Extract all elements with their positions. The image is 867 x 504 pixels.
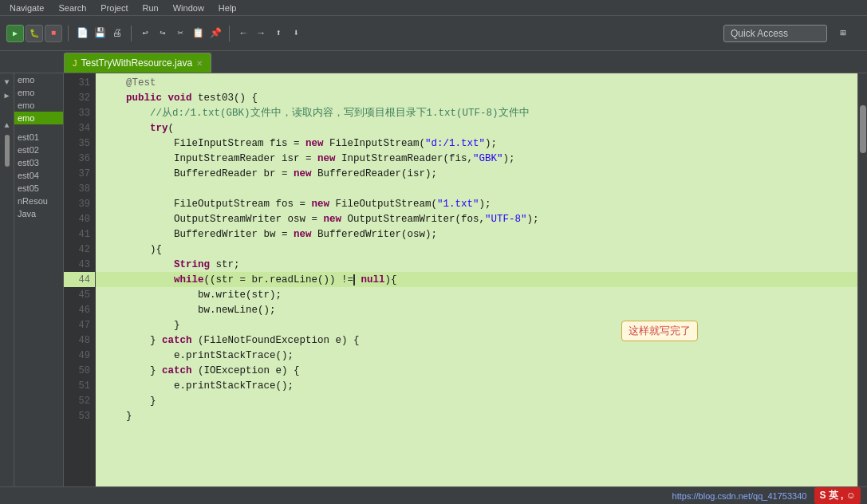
left-icon-strip: ▼ ▶ ▲ (0, 73, 14, 504)
copy-button[interactable]: 📋 (190, 26, 206, 41)
tab-label: TestTryWithResource.java (81, 57, 193, 69)
undo-button[interactable]: ↩ (137, 26, 153, 41)
line-num-39: 39 (64, 196, 95, 211)
code-line-34: try ( (96, 120, 857, 136)
line-num-53: 53 (64, 408, 95, 423)
line-num-52: 52 (64, 393, 95, 408)
file-tree-item[interactable]: est02 (14, 144, 63, 156)
forward-button[interactable]: → (253, 26, 269, 41)
code-line-35: FileInputStream fis = new FileInputStrea… (96, 136, 857, 151)
file-tree-item[interactable]: est03 (14, 156, 63, 169)
line-num-51: 51 (64, 378, 95, 393)
print-button[interactable]: 🖨 (109, 26, 125, 41)
menu-search[interactable]: Search (52, 2, 93, 14)
line-num-50: 50 (64, 363, 95, 378)
toolbar: ▶ 🐛 ■ 📄 💾 🖨 ↩ ↪ ✂ 📋 📌 ← → ⬆ ⬇ Quick Acce… (0, 16, 867, 51)
code-line-51: e.printStackTrace(); (96, 378, 857, 393)
run-button[interactable]: ▶ (6, 25, 24, 42)
code-line-52: } (96, 393, 857, 408)
line-num-47: 47 (64, 317, 95, 333)
tab-close-button[interactable]: ✕ (196, 59, 203, 68)
code-line-46: bw.newLine(); (96, 302, 857, 317)
code-editor[interactable]: @Test public void test03() { //从d:/1.txt… (96, 73, 857, 504)
file-tree-item[interactable]: est05 (14, 182, 63, 195)
line-num-41: 41 (64, 226, 95, 242)
icon-scroll-up[interactable]: ▲ (2, 120, 13, 131)
redo-button[interactable]: ↪ (155, 26, 171, 41)
code-line-36: InputStreamReader isr = new InputStreamR… (96, 151, 857, 166)
layout-button[interactable]: ⊞ (835, 26, 851, 41)
icon-scroll-indicator (5, 135, 10, 167)
file-tree-item[interactable]: Java (14, 207, 63, 220)
icon-arrow-down[interactable]: ▼ (2, 77, 13, 88)
status-url: https://blog.csdn.net/qq_41753340 (672, 491, 807, 501)
code-line-50: } catch (IOException e) { (96, 363, 857, 378)
file-tree-item[interactable]: est01 (14, 131, 63, 144)
menu-navigate[interactable]: Navigate (3, 2, 50, 14)
line-num-36: 36 (64, 151, 95, 166)
sep1 (68, 26, 69, 41)
stop-button[interactable]: ■ (45, 25, 62, 42)
code-line-32: public void test03() { (96, 90, 857, 105)
code-line-47: } (96, 317, 857, 333)
file-tree-item[interactable]: emo (14, 73, 63, 86)
icon-arrow-right[interactable]: ▶ (2, 90, 13, 101)
cut-button[interactable]: ✂ (172, 26, 188, 41)
nav-group: ← → ⬆ ⬇ (235, 26, 304, 41)
code-line-45: bw.write(str); (96, 287, 857, 302)
prev-edit-button[interactable]: ⬆ (270, 26, 286, 41)
code-line-42: ){ (96, 242, 857, 257)
file-tree-item[interactable]: nResou (14, 195, 63, 207)
file-tree-item[interactable]: emo (14, 99, 63, 112)
code-line-40: OutputStreamWriter osw = new OutputStrea… (96, 211, 857, 226)
line-num-32: 32 (64, 90, 95, 105)
file-tree-item[interactable]: est04 (14, 169, 63, 182)
menu-window[interactable]: Window (167, 2, 211, 14)
file-group: 📄 💾 🖨 (74, 26, 125, 41)
line-num-35: 35 (64, 136, 95, 151)
run-group: ▶ 🐛 ■ (6, 25, 62, 42)
edit-group: ↩ ↪ ✂ 📋 📌 (137, 26, 223, 41)
line-num-31: 31 (64, 75, 95, 90)
line-num-45: 45 (64, 287, 95, 302)
code-line-41: BufferedWriter bw = new BufferedWriter(o… (96, 226, 857, 242)
line-num-49: 49 (64, 348, 95, 363)
tabbar: J TestTryWithResource.java ✕ (0, 51, 867, 73)
file-tree-item-selected[interactable]: emo (14, 112, 63, 124)
menu-help[interactable]: Help (212, 2, 243, 14)
file-tree-panel: emo emo emo emo est01 est02 est03 est04 … (14, 73, 64, 504)
back-button[interactable]: ← (235, 26, 251, 41)
line-number-gutter: 31 32 33 34 35 36 37 38 39 40 41 42 43 4… (64, 73, 96, 504)
file-tree-item[interactable]: emo (14, 86, 63, 99)
vertical-scrollbar[interactable] (857, 73, 867, 504)
code-line-49: e.printStackTrace(); (96, 348, 857, 363)
line-num-40: 40 (64, 211, 95, 226)
quick-access-input[interactable]: Quick Access (723, 25, 827, 42)
scroll-thumb[interactable] (860, 105, 866, 153)
status-bar: https://blog.csdn.net/qq_41753340 S 英 , … (0, 486, 867, 504)
code-line-39: FileOutputStream fos = new FileOutputStr… (96, 196, 857, 211)
menu-project[interactable]: Project (94, 2, 134, 14)
code-line-33: //从d:/1.txt(GBK)文件中，读取内容，写到项目根目录下1.txt(U… (96, 105, 857, 120)
code-line-38 (96, 181, 857, 196)
menu-bar: Navigate Search Project Run Window Help (0, 0, 867, 16)
line-num-37: 37 (64, 166, 95, 181)
line-num-33: 33 (64, 105, 95, 120)
paste-button[interactable]: 📌 (207, 26, 223, 41)
menu-run[interactable]: Run (136, 2, 165, 14)
file-tab[interactable]: J TestTryWithResource.java ✕ (64, 53, 211, 73)
save-button[interactable]: 💾 (92, 26, 108, 41)
new-button[interactable]: 📄 (74, 26, 90, 41)
code-line-37: BufferedReader br = new BufferedReader(i… (96, 166, 857, 181)
main-area: ▼ ▶ ▲ emo emo emo emo est01 est02 est03 … (0, 73, 867, 504)
java-file-icon: J (73, 58, 77, 68)
next-edit-button[interactable]: ⬇ (288, 26, 304, 41)
sougou-ime-badge[interactable]: S 英 , ☺ (814, 487, 861, 504)
code-line-43: String str; (96, 257, 857, 272)
debug-button[interactable]: 🐛 (26, 25, 43, 42)
code-line-48: } catch (FileNotFoundException e) { (96, 333, 857, 348)
line-num-46: 46 (64, 302, 95, 317)
code-line-31: @Test (96, 75, 857, 90)
line-num-38: 38 (64, 181, 95, 196)
line-num-42: 42 (64, 242, 95, 257)
